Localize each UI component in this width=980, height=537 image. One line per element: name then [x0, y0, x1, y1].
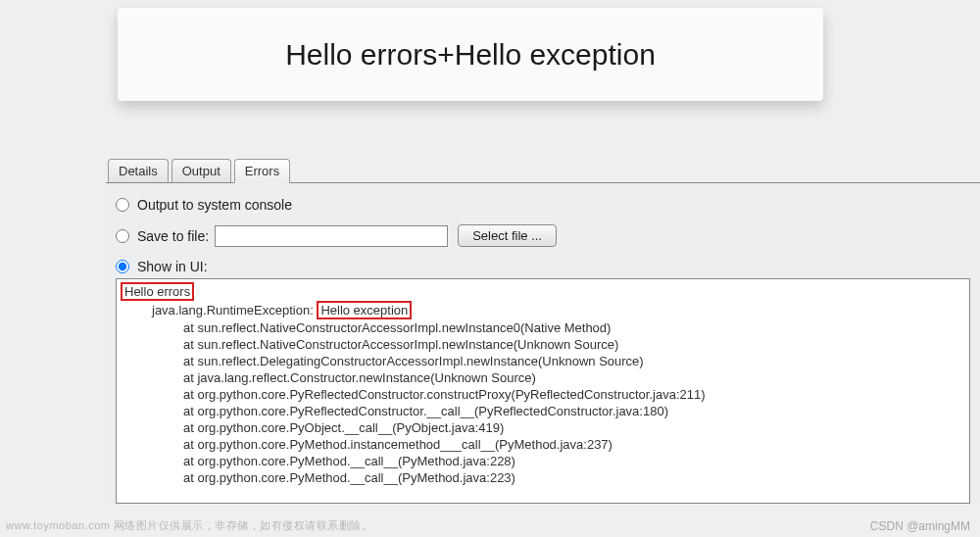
option-show-row: Show in UI: [116, 259, 970, 274]
save-path-input[interactable] [215, 225, 448, 247]
watermark-left: www.toymoban.com 网络图片仅供展示，非存储，如有侵权请联系删除。 [6, 518, 372, 533]
option-console-row: Output to system console [116, 197, 970, 213]
stacktrace-box[interactable]: Hello errors java.lang.RuntimeException:… [116, 278, 970, 504]
tab-details[interactable]: Details [108, 159, 169, 182]
option-show-label: Show in UI: [137, 259, 208, 274]
radio-console[interactable] [116, 198, 129, 212]
radio-show-ui[interactable] [116, 260, 129, 273]
tab-bar: Details Output Errors [106, 159, 980, 183]
exception-message-highlight: Hello exception [317, 301, 412, 319]
title-card: Hello errors+Hello exception [118, 8, 823, 101]
option-save-label: Save to file: [137, 228, 209, 244]
error-message-highlight: Hello errors [121, 282, 194, 301]
watermark-right: CSDN @amingMM [870, 519, 970, 533]
exception-line: java.lang.RuntimeException: Hello except… [121, 301, 965, 319]
page-title: Hello errors+Hello exception [285, 38, 656, 72]
exception-prefix: java.lang.RuntimeException: [152, 303, 317, 317]
option-save-row: Save to file: Select file ... [116, 224, 970, 247]
error-message-line: Hello errors [121, 282, 965, 301]
stack-line: at org.python.core.PyMethod.__call__(PyM… [121, 453, 965, 469]
select-file-button[interactable]: Select file ... [458, 224, 557, 247]
stack-line: at org.python.core.PyReflectedConstructo… [121, 403, 965, 419]
stack-line: at org.python.core.PyReflectedConstructo… [121, 386, 965, 403]
stack-line: at sun.reflect.NativeConstructorAccessor… [121, 319, 965, 336]
stack-line: at org.python.core.PyMethod.__call__(PyM… [121, 469, 965, 486]
errors-panel: Details Output Errors Output to system c… [106, 159, 980, 537]
tab-errors[interactable]: Errors [234, 159, 290, 183]
stack-line: at sun.reflect.DelegatingConstructorAcce… [121, 353, 965, 369]
tab-content: Output to system console Save to file: S… [106, 183, 980, 504]
stack-line: at org.python.core.PyMethod.instancemeth… [121, 436, 965, 453]
radio-save[interactable] [116, 229, 129, 243]
stack-line: at org.python.core.PyObject.__call__(PyO… [121, 419, 965, 436]
stack-line: at java.lang.reflect.Constructor.newInst… [121, 369, 965, 386]
tab-output[interactable]: Output [172, 159, 231, 182]
stack-line: at sun.reflect.NativeConstructorAccessor… [121, 336, 965, 353]
option-console-label: Output to system console [137, 197, 292, 213]
